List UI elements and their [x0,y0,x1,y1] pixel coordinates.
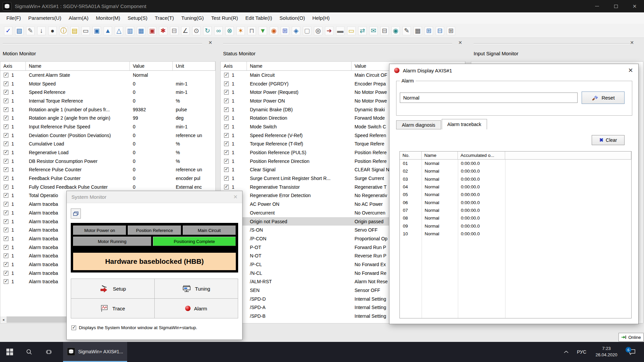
traceback-row[interactable]: 09 Normal 0:00:00.0 [400,222,631,230]
traceback-row[interactable]: 02 Normal 0:00:00.0 [400,167,631,175]
checkbox-checked[interactable] [4,167,8,172]
checkbox-checked[interactable] [224,141,229,146]
monitor-row[interactable]: 1 Deviation Counter (Position Deviations… [0,131,215,140]
checkbox-checked[interactable] [224,73,229,77]
checkbox-checked[interactable] [224,159,229,164]
alarm-state-field[interactable]: Normal [400,93,578,103]
trace-button[interactable]: Trace [71,299,154,318]
lock-icon[interactable]: ⊓ [248,26,256,35]
traceback-row[interactable]: 10 Normal 0:00:00.0 [400,230,631,238]
angle-tool-icon[interactable]: ∠ [181,26,190,35]
monitor-row[interactable]: 1 Regenerative Load 0 % [0,148,215,157]
edit-gray-icon[interactable]: ✎ [26,26,35,35]
menu-item[interactable]: Tuning(G) [178,12,208,24]
traceback-row[interactable]: 01 Normal 0:00:00.0 [400,160,631,167]
tab-alarm-traceback[interactable]: Alarm traceback [442,119,487,129]
monitor-row[interactable]: 1 Cumulative Load 0 % [0,140,215,148]
checkbox-checked[interactable] [4,185,8,189]
write-icon[interactable]: ✎ [402,26,411,35]
checkbox-checked[interactable] [4,228,8,232]
filter-icon[interactable]: ▼ [259,26,267,35]
monitor-grid-icon[interactable]: ▦ [137,26,145,35]
checkbox-checked[interactable] [4,133,8,138]
info-icon[interactable]: ⓘ [59,26,68,35]
scroll-left-icon[interactable]: ◄ [0,316,7,323]
menu-item[interactable]: Trace(T) [151,12,178,24]
swap-icon[interactable]: ⇄ [358,26,367,35]
menu-item[interactable]: Parameters(U) [24,12,65,24]
printer-icon[interactable]: ⊟ [170,26,178,35]
traceback-row[interactable]: 07 Normal 0:00:00.0 [400,206,631,214]
checkbox-checked[interactable] [4,107,8,112]
keyboard-icon[interactable]: ▬ [336,26,344,35]
checkbox-checked[interactable] [4,90,8,95]
checkbox-checked[interactable] [4,202,8,206]
monitor-row[interactable]: 1 Current Alarm State Normal [0,71,215,79]
checkbox-checked[interactable] [4,193,8,198]
checkbox-checked[interactable] [4,210,8,215]
menu-item[interactable]: Alarm(A) [65,12,92,24]
clock[interactable]: 7:23 26.04.2020 [590,346,623,358]
search-button[interactable] [19,342,39,362]
table3-icon[interactable]: ⊟ [436,26,444,35]
timer-icon[interactable]: ⊙ [192,26,201,35]
checkbox-checked[interactable] [4,124,8,129]
col-blank[interactable] [505,152,631,160]
monitor-row[interactable]: 1 Motor Speed 0 min-1 [0,79,215,88]
checkbox-checked[interactable] [224,81,229,86]
close-button[interactable]: ✕ [625,0,644,12]
panel-grip[interactable] [3,43,202,44]
menu-item[interactable]: Test Run(R) [208,12,242,24]
checkbox-checked[interactable] [4,81,8,86]
restore-window-button[interactable] [71,208,81,219]
link2-icon[interactable]: ⊗ [225,26,234,35]
checkbox-checked[interactable] [224,124,229,129]
minimize-button[interactable] [588,0,606,12]
burst-icon[interactable]: ✶ [236,26,245,35]
meter-icon[interactable]: ▭ [347,26,356,35]
table2-icon[interactable]: ⊞ [425,26,433,35]
checkbox-checked[interactable] [4,116,8,120]
menu-item[interactable]: Solution(O) [276,12,309,24]
col-name[interactable]: Name [247,62,352,71]
monitor-row[interactable]: 1 Fully Closed Feedback Pulse Counter 0 … [0,183,215,191]
hidden-icons-button[interactable] [559,342,573,362]
monitor-alert-icon[interactable]: ▣ [148,26,156,35]
close-icon[interactable]: ✕ [623,67,638,74]
import-icon[interactable]: ↓ [37,26,46,35]
monitor-row[interactable]: 1 Speed Reference 0 min-1 [0,88,215,97]
col-unit[interactable]: Unit [173,62,215,71]
checkbox-checked[interactable] [4,271,8,276]
checkbox-checked[interactable] [4,159,8,164]
stripe-panel-icon[interactable]: ▤ [70,26,79,35]
panel-grip[interactable] [474,43,630,44]
close-panel-icon[interactable]: ✕ [458,40,462,45]
monitor-upload-icon[interactable]: ▲ [104,26,112,35]
eye-icon[interactable]: ◉ [391,26,400,35]
redo-icon[interactable]: ➜ [325,26,333,35]
checkbox-checked[interactable] [4,99,8,103]
col-no[interactable]: No. [400,152,422,160]
checkbox-checked[interactable] [4,73,8,77]
checkbox-checked[interactable] [224,185,229,189]
monitor-icon[interactable]: ▣ [93,26,101,35]
traceback-row[interactable]: 08 Normal 0:00:00.0 [400,214,631,222]
task-view-button[interactable] [39,342,58,362]
tuning-button[interactable]: Tuning [155,279,238,298]
menu-item[interactable]: Monitor(M) [92,12,124,24]
monitor-row[interactable]: 1 Internal Torque Reference 0 % [0,97,215,105]
panel-grip[interactable] [223,43,452,44]
col-axis[interactable]: Axis [221,62,247,71]
checkbox-checked[interactable] [224,133,229,138]
monitor-row[interactable]: 1 Rotation angle 2 (angle from the origi… [0,114,215,122]
parameter-editor-icon[interactable]: ▧ [15,26,23,35]
col-name[interactable]: Name [26,62,130,71]
menu-item[interactable]: Setup(S) [124,12,151,24]
reset-button[interactable]: Reset [582,92,625,104]
traceback-row[interactable]: 06 Normal 0:00:00.0 [400,198,631,206]
checkbox-checked[interactable] [224,107,229,112]
edit-table-icon[interactable]: ⊞ [281,26,289,35]
language-indicator[interactable]: РУС [573,349,590,355]
verify-icon[interactable]: ✓ [4,26,12,35]
print-preview-icon[interactable]: ⊟ [380,26,389,35]
